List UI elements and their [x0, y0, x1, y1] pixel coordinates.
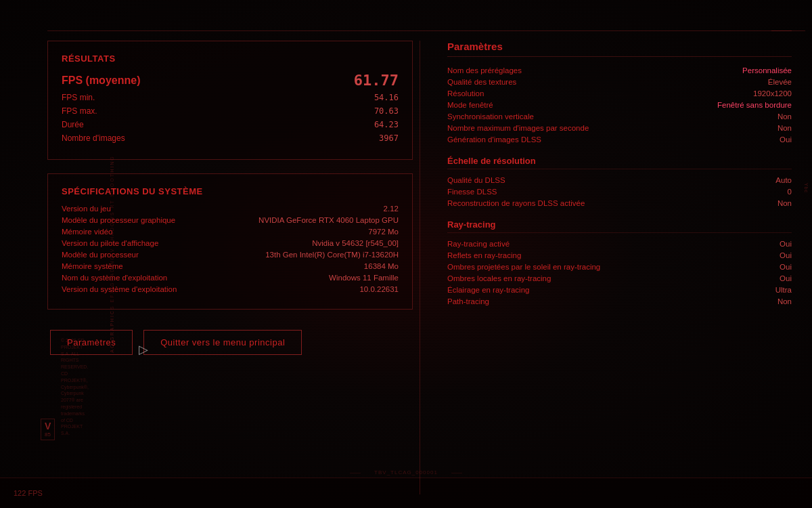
param-path-tracing-value: Non	[777, 297, 792, 305]
spec-ram: Mémoire système 16384 Mo	[62, 262, 399, 270]
param-rt-reflections: Reflets en ray-tracing Oui	[447, 251, 792, 259]
spec-driver-value: Nvidia v 54632 [r545_00]	[312, 239, 399, 247]
fps-min-label: FPS min.	[62, 93, 95, 102]
resolution-scale-title: Échelle de résolution	[447, 156, 792, 169]
result-images: Nombre d'images 3967	[62, 133, 399, 143]
cursor-indicator: ▷	[139, 342, 152, 356]
main-container: Résultats FPS (moyenne) 61.77 FPS min. 5…	[0, 0, 812, 508]
result-fps-moyenne: FPS (moyenne) 61.77	[62, 72, 399, 89]
results-title: Résultats	[62, 54, 399, 64]
spec-driver-label: Version du pilote d'affichage	[62, 239, 183, 247]
specs-section: Spécifications du système Version du jeu…	[47, 173, 413, 310]
param-rt-local-shadows-label: Ombres locales en ray-tracing	[447, 274, 551, 282]
param-window-mode-label: Mode fenêtré	[447, 101, 493, 109]
images-label: Nombre d'images	[62, 133, 125, 143]
spec-cpu-label: Modèle du processeur	[62, 251, 183, 259]
spec-ram-label: Mémoire système	[62, 262, 183, 270]
spec-os-name-label: Nom du système d'exploitation	[62, 274, 183, 282]
spec-os-version-label: Version du système d'exploitation	[62, 285, 183, 293]
spec-os-version: Version du système d'exploitation 10.0.2…	[62, 285, 399, 293]
duree-value: 64.23	[374, 120, 399, 129]
result-duree: Durée 64.23	[62, 120, 399, 129]
param-path-tracing: Path-tracing Non	[447, 297, 792, 305]
param-rt-enabled: Ray-tracing activé Oui	[447, 240, 792, 248]
param-vsync-label: Synchronisation verticale	[447, 112, 534, 121]
param-rt-reflections-label: Reflets en ray-tracing	[447, 251, 521, 259]
fps-max-value: 70.63	[374, 106, 399, 116]
resolution-scale-section: Échelle de résolution Qualité du DLSS Au…	[447, 156, 792, 207]
spec-version-jeu: Version du jeu 2.12	[62, 205, 399, 213]
param-textures: Qualité des textures Élevée	[447, 78, 792, 86]
param-vsync-value: Non	[777, 112, 792, 121]
general-params-section: Nom des préréglages Personnalisée Qualit…	[447, 66, 792, 144]
param-dlss-quality-value: Auto	[775, 176, 792, 184]
right-panel-title: Paramètres	[447, 41, 792, 57]
spec-ram-value: 16384 Mo	[364, 262, 399, 270]
param-rt-sun-shadows-value: Oui	[780, 263, 792, 271]
spec-vram: Mémoire vidéo 7972 Mo	[62, 228, 399, 236]
spec-cpu-value: 13th Gen Intel(R) Core(TM) i7-13620H	[265, 251, 399, 259]
spec-driver: Version du pilote d'affichage Nvidia v 5…	[62, 239, 399, 247]
param-rt-sun-shadows-label: Ombres projetées par le soleil en ray-tr…	[447, 263, 600, 271]
param-window-mode: Mode fenêtré Fenêtré sans bordure	[447, 101, 792, 109]
fps-max-label: FPS max.	[62, 106, 97, 116]
left-panel: Résultats FPS (moyenne) 61.77 FPS min. 5…	[47, 41, 413, 494]
param-dlss-reconstruction-value: Non	[777, 199, 792, 207]
param-dlss-reconstruction: Reconstruction de rayons DLSS activée No…	[447, 199, 792, 207]
raytracing-title: Ray-tracing	[447, 219, 792, 233]
param-dlss-quality-label: Qualité du DLSS	[447, 176, 505, 184]
result-fps-min: FPS min. 54.16	[62, 93, 399, 102]
spec-gpu-label: Modèle du processeur graphique	[62, 216, 183, 224]
param-dlss-finesse-label: Finesse DLSS	[447, 188, 497, 196]
param-dlss-reconstruction-label: Reconstruction de rayons DLSS activée	[447, 199, 585, 207]
spec-gpu-value: NVIDIA GeForce RTX 4060 Laptop GPU	[258, 216, 399, 224]
spec-version-jeu-label: Version du jeu	[62, 205, 183, 213]
param-textures-label: Qualité des textures	[447, 78, 516, 86]
raytracing-section: Ray-tracing Ray-tracing activé Oui Refle…	[447, 219, 792, 305]
param-dlss-gen: Génération d'images DLSS Oui	[447, 135, 792, 144]
spec-os-name-value: Windows 11 Famille	[329, 274, 399, 282]
param-dlss-gen-value: Oui	[780, 135, 792, 144]
param-rt-sun-shadows: Ombres projetées par le soleil en ray-tr…	[447, 263, 792, 271]
param-dlss-quality: Qualité du DLSS Auto	[447, 176, 792, 184]
param-rt-lighting: Éclairage en ray-tracing Ultra	[447, 286, 792, 294]
param-vsync: Synchronisation verticale Non	[447, 112, 792, 121]
param-presets-label: Nom des préréglages	[447, 66, 522, 75]
param-resolution: Résolution 1920x1200	[447, 89, 792, 98]
buttons-row: Paramètres Quitter vers le menu principa…	[47, 330, 413, 355]
param-rt-reflections-value: Oui	[780, 251, 792, 259]
param-max-fps-value: Non	[777, 124, 792, 132]
param-path-tracing-label: Path-tracing	[447, 297, 489, 305]
spec-os-name: Nom du système d'exploitation Windows 11…	[62, 274, 399, 282]
param-dlss-finesse-value: 0	[788, 188, 792, 196]
param-dlss-gen-label: Génération d'images DLSS	[447, 135, 541, 144]
duree-label: Durée	[62, 120, 84, 129]
spec-cpu: Modèle du processeur 13th Gen Intel(R) C…	[62, 251, 399, 259]
specs-title: Spécifications du système	[62, 186, 399, 196]
param-presets: Nom des préréglages Personnalisée	[447, 66, 792, 75]
spec-gpu: Modèle du processeur graphique NVIDIA Ge…	[62, 216, 399, 224]
param-dlss-finesse: Finesse DLSS 0	[447, 188, 792, 196]
spec-vram-value: 7972 Mo	[368, 228, 399, 236]
spec-version-jeu-value: 2.12	[384, 205, 399, 213]
results-section: Résultats FPS (moyenne) 61.77 FPS min. 5…	[47, 41, 413, 160]
param-presets-value: Personnalisée	[742, 66, 792, 75]
param-resolution-value: 1920x1200	[753, 89, 792, 98]
param-rt-enabled-value: Oui	[780, 240, 792, 248]
fps-moyenne-label: FPS (moyenne)	[62, 75, 140, 87]
result-fps-max: FPS max. 70.63	[62, 106, 399, 116]
right-panel: Paramètres Nom des préréglages Personnal…	[427, 41, 792, 494]
quit-button[interactable]: Quitter vers le menu principal	[143, 330, 302, 355]
param-resolution-label: Résolution	[447, 89, 484, 98]
param-max-fps-label: Nombre maximum d'images par seconde	[447, 124, 589, 132]
param-rt-lighting-value: Ultra	[775, 286, 792, 294]
panel-separator	[420, 41, 420, 494]
param-rt-enabled-label: Ray-tracing activé	[447, 240, 510, 248]
fps-min-value: 54.16	[374, 93, 399, 102]
images-value: 3967	[379, 133, 399, 143]
param-rt-local-shadows-value: Oui	[780, 274, 792, 282]
params-button[interactable]: Paramètres	[50, 330, 133, 355]
spec-os-version-value: 10.0.22631	[359, 285, 399, 293]
param-rt-lighting-label: Éclairage en ray-tracing	[447, 286, 529, 294]
param-rt-local-shadows: Ombres locales en ray-tracing Oui	[447, 274, 792, 282]
